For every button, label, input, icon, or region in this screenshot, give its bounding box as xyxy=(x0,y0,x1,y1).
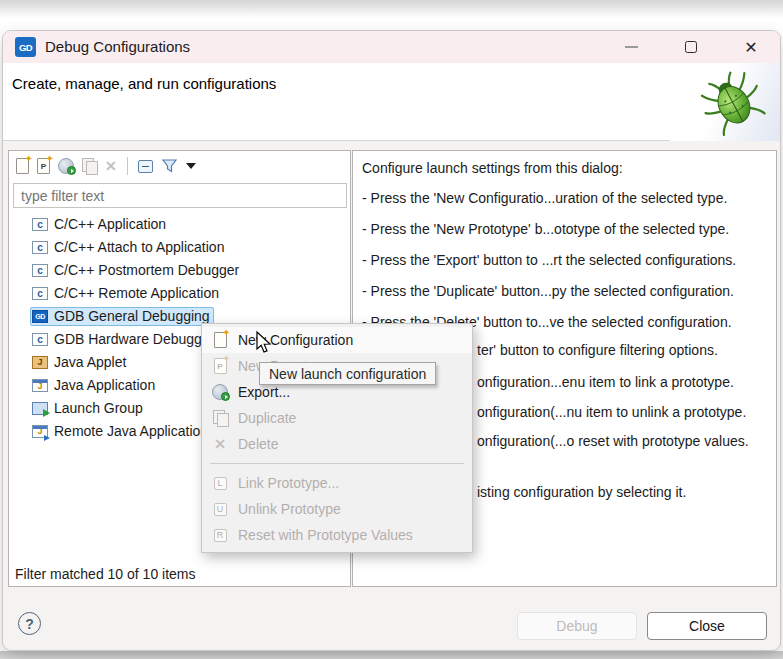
launch-group-icon xyxy=(32,402,48,415)
mouse-cursor-icon xyxy=(253,331,275,355)
c-application-icon: c xyxy=(32,264,48,277)
bottom-strip xyxy=(0,651,783,659)
delete-icon: ✕ xyxy=(214,436,226,452)
menu-item-unlink-prototype[interactable]: U Unlink Prototype xyxy=(202,496,472,522)
toolbar-separator xyxy=(127,157,128,175)
unlink-prototype-icon: U xyxy=(214,503,227,516)
export-arrow-icon xyxy=(67,166,76,175)
new-configuration-icon: ✦ xyxy=(214,332,227,348)
right-panel-line: onfiguration...enu item to link a protot… xyxy=(477,374,734,390)
delete-toolbar-button[interactable]: ✕ xyxy=(105,158,117,174)
java-applet-icon: J xyxy=(32,356,48,369)
tree-item-cpp-attach[interactable]: cC/C++ Attach to Application xyxy=(9,236,350,259)
maximize-icon xyxy=(685,41,697,53)
right-panel-line: ter' button to configure filtering optio… xyxy=(477,342,718,358)
duplicate-toolbar-button[interactable] xyxy=(82,158,97,174)
close-button[interactable]: ✕ xyxy=(731,31,771,63)
link-prototype-icon: L xyxy=(214,477,227,490)
c-application-icon: c xyxy=(32,333,48,346)
export-icon xyxy=(212,384,228,400)
gdb-icon: GD xyxy=(32,310,48,323)
reset-prototype-icon: R xyxy=(214,529,227,542)
collapse-all-toolbar-button[interactable] xyxy=(138,160,153,173)
duplicate-icon xyxy=(213,410,228,426)
c-application-icon: c xyxy=(32,287,48,300)
right-panel-line: - Press the 'New Configuratio...uration … xyxy=(362,190,727,206)
menu-separator xyxy=(210,463,464,464)
configurations-toolbar: ✦ P✦ ✕ xyxy=(9,151,350,181)
export-toolbar-button[interactable] xyxy=(58,158,74,174)
menu-item-link-prototype[interactable]: L Link Prototype... xyxy=(202,470,472,496)
context-menu: ✦ New Configuration P✦ New Prototype Exp… xyxy=(201,323,473,553)
menu-item-delete[interactable]: ✕ Delete xyxy=(202,431,472,457)
right-panel-line: onfiguration(...o reset with prototype v… xyxy=(477,433,749,449)
right-panel-line: - Press the 'New Prototype' b...ototype … xyxy=(362,221,729,237)
right-panel-line: onfiguration(...nu item to unlink a prot… xyxy=(477,404,746,420)
right-panel-line: isting configuration by selecting it. xyxy=(477,484,686,500)
new-prototype-toolbar-button[interactable]: P✦ xyxy=(37,158,50,174)
minimize-button[interactable] xyxy=(611,31,651,63)
app-icon: GD xyxy=(15,37,36,57)
new-sparkle-icon: ✦ xyxy=(46,153,54,164)
maximize-button[interactable] xyxy=(671,31,711,63)
screen: GD Debug Configurations ✕ Create, manage… xyxy=(0,0,783,659)
bug-icon xyxy=(697,65,769,137)
remote-java-icon: J xyxy=(32,425,48,438)
menu-item-reset-prototype-values[interactable]: R Reset with Prototype Values xyxy=(202,522,472,548)
close-icon: ✕ xyxy=(744,38,757,57)
filter-status: Filter matched 10 of 10 items xyxy=(15,566,196,582)
debug-button[interactable]: Debug xyxy=(517,612,637,640)
right-panel-line: - Press the 'Duplicate' button...py the … xyxy=(362,283,734,299)
right-panel-line: - Press the 'Export' button to ...rt the… xyxy=(362,252,736,268)
menu-item-new-configuration[interactable]: ✦ New Configuration xyxy=(202,327,472,353)
new-sparkle-icon: ✦ xyxy=(25,153,33,164)
view-menu-dropdown[interactable] xyxy=(186,163,196,169)
help-button[interactable]: ? xyxy=(18,612,41,635)
close-dialog-button[interactable]: Close xyxy=(647,612,767,640)
filter-input[interactable] xyxy=(13,183,347,208)
tree-item-cpp-remote[interactable]: cC/C++ Remote Application xyxy=(9,282,350,305)
tooltip: New launch configuration xyxy=(259,362,436,385)
new-configuration-toolbar-button[interactable]: ✦ xyxy=(16,158,29,174)
window-title: Debug Configurations xyxy=(45,31,190,63)
dialog-header: Create, manage, and run configurations xyxy=(3,63,780,141)
tree-item-cpp-postmortem[interactable]: cC/C++ Postmortem Debugger xyxy=(9,259,350,282)
c-application-icon: c xyxy=(32,241,48,254)
new-prototype-icon: P✦ xyxy=(214,358,227,374)
debug-configurations-dialog: GD Debug Configurations ✕ Create, manage… xyxy=(2,30,781,651)
right-panel-title: Configure launch settings from this dial… xyxy=(362,160,623,176)
top-shadow xyxy=(0,0,783,26)
java-application-icon: J xyxy=(32,379,48,392)
filter-toolbar-button[interactable] xyxy=(161,158,178,174)
c-application-icon: c xyxy=(32,218,48,231)
dialog-subtitle: Create, manage, and run configurations xyxy=(12,75,276,92)
menu-item-duplicate[interactable]: Duplicate xyxy=(202,405,472,431)
titlebar[interactable]: GD Debug Configurations ✕ xyxy=(3,31,780,63)
minimize-icon xyxy=(625,46,638,48)
tree-item-cpp-application[interactable]: cC/C++ Application xyxy=(9,213,350,236)
